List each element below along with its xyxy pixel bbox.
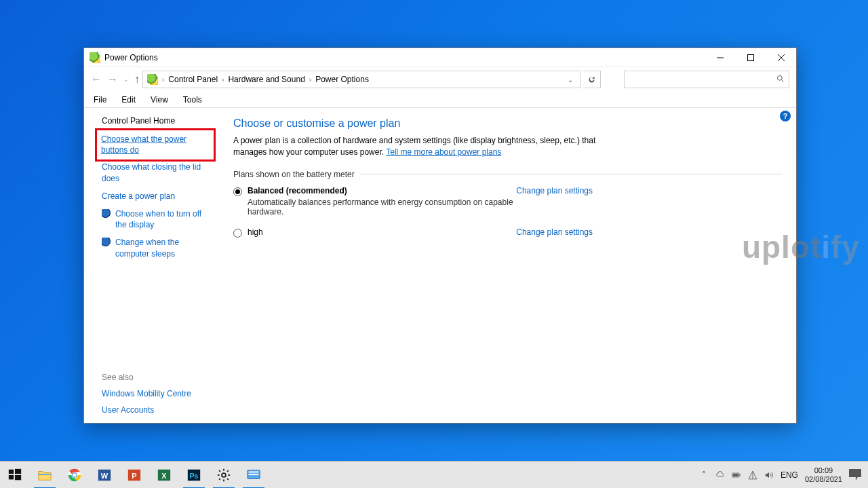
intro-text: A power plan is a collection of hardware… [233,135,613,159]
svg-rect-20 [249,471,259,472]
svg-text:X: X [161,471,167,479]
file-explorer-taskbar-icon[interactable] [30,462,60,489]
computer-sleeps-label: Change when the computer sleeps [115,237,210,259]
nav-up-button[interactable]: ↑ [134,73,140,86]
radio-balanced[interactable] [233,187,242,196]
photoshop-taskbar-icon[interactable]: Ps [179,462,209,489]
plans-section-label: Plans shown on the battery meter [233,170,783,179]
minimize-button[interactable] [705,48,735,67]
control-panel-taskbar-icon[interactable] [239,462,269,489]
main-pane: Choose or customise a power plan A power… [220,108,796,423]
highlighted-link-box: Choose what the power buttons do [95,128,216,162]
refresh-button[interactable] [583,71,601,88]
change-plan-settings-balanced[interactable]: Change plan settings [516,186,593,195]
plan-balanced-desc: Automatically balances performance with … [248,198,516,217]
see-also-heading: See also [102,373,210,382]
svg-point-9 [73,473,77,477]
nav-history-dropdown[interactable]: ⌄ [123,76,129,83]
address-dropdown-button[interactable]: ⌄ [565,76,576,83]
nav-back-button[interactable]: ← [91,73,102,86]
svg-rect-24 [733,474,738,476]
svg-rect-5 [15,475,21,480]
action-center-icon[interactable] [849,469,861,481]
help-icon[interactable]: ? [780,111,791,121]
menu-bar: File Edit View Tools [84,92,796,108]
battery-tray-icon[interactable] [732,470,741,480]
change-plan-settings-high[interactable]: Change plan settings [516,227,593,237]
window-title: Power Options [104,53,158,62]
menu-file[interactable]: File [91,95,109,105]
search-icon [776,75,785,85]
volume-tray-icon[interactable] [764,470,774,480]
user-accounts-link[interactable]: User Accounts [102,405,210,415]
page-heading: Choose or customise a power plan [233,117,783,130]
menu-tools[interactable]: Tools [180,95,205,105]
sidebar: Control Panel Home Choose what the power… [84,108,220,423]
svg-text:Ps: Ps [190,472,199,479]
plan-row-high: high Change plan settings [233,227,593,238]
navigation-row: ← → ⌄ ↑ › Control Panel › Hardware and S… [84,67,796,92]
breadcrumb-hardware-sound[interactable]: Hardware and Sound [228,75,304,84]
svg-text:P: P [132,471,136,479]
content-area: ? Control Panel Home Choose what the pow… [84,108,796,423]
sleep-icon [102,238,111,247]
svg-rect-2 [9,469,14,473]
svg-point-1 [778,75,783,80]
svg-text:W: W [101,471,108,479]
svg-rect-4 [9,475,14,479]
tell-me-more-link[interactable]: Tell me more about power plans [386,147,501,157]
power-options-icon [90,52,100,63]
choose-closing-lid-link[interactable]: Choose what closing the lid does [102,162,210,183]
onedrive-tray-icon[interactable] [715,470,725,480]
turn-off-display-label: Choose when to turn off the display [115,208,210,230]
computer-sleeps-link[interactable]: Change when the computer sleeps [102,237,210,259]
svg-point-18 [222,473,226,477]
settings-taskbar-icon[interactable] [209,462,239,489]
menu-edit[interactable]: Edit [119,95,138,105]
powerpoint-taskbar-icon[interactable]: P [119,462,149,489]
svg-rect-0 [747,54,753,60]
close-button[interactable] [766,48,796,67]
turn-off-display-link[interactable]: Choose when to turn off the display [102,208,210,230]
clock-date: 02/08/2021 [805,475,842,484]
svg-rect-3 [15,468,21,473]
clock-time: 00:09 [805,466,842,475]
start-button[interactable] [0,462,30,489]
chevron-right-icon: › [309,76,311,83]
breadcrumb-power-options[interactable]: Power Options [315,75,369,84]
control-panel-home-link[interactable]: Control Panel Home [102,116,210,126]
window-titlebar: Power Options [84,48,796,67]
watermark-part3: fy [831,229,860,265]
system-tray: ˄ ENG 00:09 02/08/2021 [699,466,868,483]
watermark-part2: i [821,229,831,265]
plan-balanced-title: Balanced (recommended) [248,186,516,195]
network-tray-icon[interactable] [748,470,757,480]
create-power-plan-link[interactable]: Create a power plan [102,191,210,202]
language-indicator[interactable]: ENG [781,470,798,480]
plan-row-balanced: Balanced (recommended) Automatically bal… [233,186,593,217]
nav-forward-button[interactable]: → [107,73,118,86]
address-bar[interactable]: › Control Panel › Hardware and Sound › P… [142,71,580,88]
breadcrumb-root-icon [147,74,158,85]
power-options-window: Power Options ← → ⌄ ↑ › Control Panel › … [83,48,797,424]
tray-overflow-button[interactable]: ˄ [699,470,709,480]
menu-view[interactable]: View [148,95,171,105]
svg-rect-23 [740,474,741,475]
svg-rect-21 [249,474,259,475]
search-box[interactable] [624,71,789,88]
plan-high-title: high [248,227,516,237]
taskbar: W P X Ps ˄ [0,461,868,488]
chrome-taskbar-icon[interactable] [60,462,90,489]
breadcrumb-control-panel[interactable]: Control Panel [168,75,218,84]
maximize-button[interactable] [735,48,766,67]
section-divider [360,174,783,174]
mobility-centre-link[interactable]: Windows Mobility Centre [102,389,210,398]
chevron-right-icon: › [222,76,224,83]
clock[interactable]: 00:09 02/08/2021 [805,466,842,483]
word-taskbar-icon[interactable]: W [90,462,119,489]
svg-rect-6 [39,474,51,475]
choose-power-buttons-link[interactable]: Choose what the power buttons do [101,134,210,155]
excel-taskbar-icon[interactable]: X [149,462,179,489]
radio-high[interactable] [233,229,242,238]
display-icon [102,209,111,219]
